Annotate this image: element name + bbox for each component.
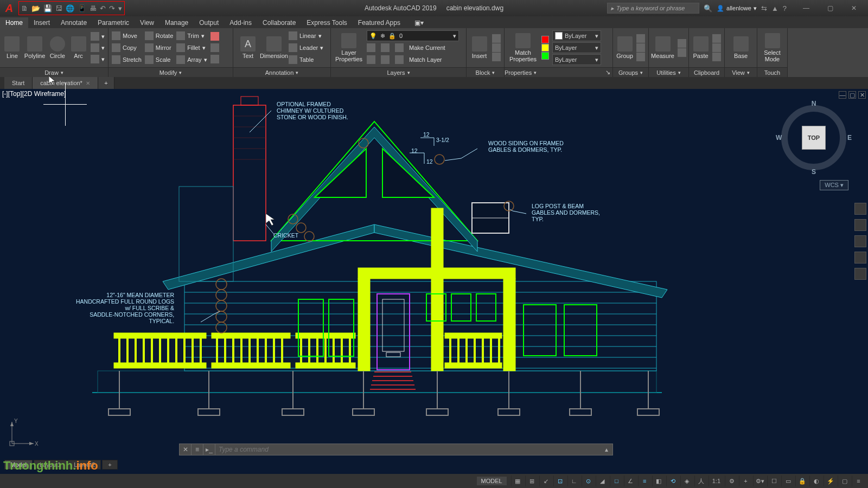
- tab-manage[interactable]: Manage: [159, 17, 194, 28]
- redo-icon[interactable]: ↷: [109, 4, 115, 12]
- dimension-button[interactable]: Dimension: [263, 36, 285, 59]
- workspace-icon[interactable]: ⚙▾: [753, 476, 766, 486]
- panel-groups[interactable]: Groups▾: [613, 67, 648, 77]
- tab-view[interactable]: View: [135, 17, 159, 28]
- offset-button[interactable]: [210, 54, 219, 65]
- table-button[interactable]: Table: [289, 54, 323, 65]
- iso-icon[interactable]: ◢: [596, 476, 609, 486]
- group-icon[interactable]: [636, 53, 645, 61]
- annomon-icon[interactable]: +: [739, 476, 752, 486]
- paste-button[interactable]: Paste: [692, 36, 709, 59]
- web-icon[interactable]: 🌐: [66, 4, 74, 12]
- app-store-icon[interactable]: ▲: [771, 4, 778, 12]
- trim-button[interactable]: Trim▾: [176, 30, 207, 41]
- new-tab-button[interactable]: +: [98, 77, 114, 89]
- tab-start[interactable]: Start: [4, 77, 33, 89]
- panel-block[interactable]: Block▾: [467, 67, 504, 77]
- polar-icon[interactable]: ⊙: [582, 476, 595, 486]
- cmd-input[interactable]: [215, 446, 601, 453]
- lwt-icon[interactable]: ≡: [638, 476, 651, 486]
- exchange-icon[interactable]: ⇆: [761, 4, 767, 12]
- selectmode-button[interactable]: Select Mode: [761, 33, 784, 62]
- tab-addins[interactable]: Add-ins: [224, 17, 257, 28]
- rotate-button[interactable]: Rotate: [145, 30, 173, 41]
- clip-icon[interactable]: [712, 43, 721, 52]
- group-icon[interactable]: [636, 43, 645, 52]
- quickprops-icon[interactable]: ▭: [781, 476, 794, 486]
- linetype-combo[interactable]: ByLayer▾: [552, 54, 601, 65]
- close-button[interactable]: ✕: [842, 0, 866, 16]
- panel-utilities[interactable]: Utilities▾: [649, 67, 688, 77]
- move-button[interactable]: Move: [112, 30, 142, 41]
- arc-button[interactable]: Arc: [69, 36, 87, 59]
- dynucs-icon[interactable]: 人: [694, 476, 707, 486]
- layer-icon[interactable]: [381, 43, 390, 52]
- search-input[interactable]: ▸ Type a keyword or phrase: [607, 3, 699, 14]
- panel-modify[interactable]: Modify▾: [108, 67, 233, 77]
- layer-icon[interactable]: [395, 43, 404, 52]
- layer-combo[interactable]: 💡❄🔒 0 ▾: [367, 30, 459, 41]
- undo-icon[interactable]: ↶: [100, 4, 106, 12]
- dynamic-input-icon[interactable]: ⊡: [553, 476, 566, 486]
- clip-icon[interactable]: [712, 53, 721, 61]
- util-icon[interactable]: [678, 48, 686, 57]
- line-button[interactable]: Line: [3, 36, 21, 59]
- mirror-button[interactable]: Mirror: [145, 42, 173, 53]
- group-icon[interactable]: [636, 34, 645, 43]
- cmd-recent-icon[interactable]: ≡: [192, 444, 203, 455]
- search-icon[interactable]: 🔍: [704, 4, 712, 12]
- tab-home[interactable]: Home: [0, 17, 28, 28]
- tab-annotate[interactable]: Annotate: [55, 17, 92, 28]
- hatch-button[interactable]: ▾: [91, 54, 105, 65]
- status-model[interactable]: MODEL: [477, 477, 507, 485]
- rect-button[interactable]: ▾: [91, 31, 105, 42]
- circle-button[interactable]: Circle: [48, 36, 66, 59]
- close-icon[interactable]: ✕: [86, 80, 90, 86]
- block-icon[interactable]: [492, 34, 501, 43]
- tab-insert[interactable]: Insert: [28, 17, 55, 28]
- transparency-icon[interactable]: ◧: [652, 476, 665, 486]
- clip-icon[interactable]: [712, 34, 721, 43]
- snap-icon[interactable]: ⊞: [525, 476, 538, 486]
- stretch-button[interactable]: Stretch: [112, 54, 142, 65]
- base-button[interactable]: Base: [730, 36, 752, 59]
- ucs-icon[interactable]: YX: [7, 416, 39, 450]
- grid-icon[interactable]: ▦: [511, 476, 524, 486]
- panel-view[interactable]: View▾: [725, 67, 757, 77]
- command-line[interactable]: ✕ ≡ ▸_ ▴: [179, 444, 613, 455]
- lineweight-combo[interactable]: ByLayer▾: [552, 42, 601, 53]
- ellipse-button[interactable]: ▾: [91, 42, 105, 53]
- erase-button[interactable]: [210, 31, 219, 42]
- match-props-button[interactable]: Match Properties: [508, 33, 538, 62]
- layer-icon[interactable]: [381, 55, 390, 64]
- copy-button[interactable]: Copy: [112, 42, 142, 53]
- polyline-button[interactable]: Polyline: [24, 36, 46, 59]
- open-icon[interactable]: 📂: [31, 4, 40, 12]
- tab-parametric[interactable]: Parametric: [92, 17, 135, 28]
- layer-icon[interactable]: [367, 43, 375, 52]
- make-current-button[interactable]: Make Current: [409, 44, 445, 51]
- minimize-button[interactable]: —: [794, 0, 818, 16]
- saveas-icon[interactable]: 🖫: [55, 4, 62, 12]
- layout-add[interactable]: +: [102, 460, 117, 470]
- signin[interactable]: 👤 allenlowe ▾: [717, 5, 757, 12]
- mobile-icon[interactable]: 📱: [78, 4, 86, 12]
- block-icon[interactable]: [492, 43, 501, 52]
- util-icon[interactable]: [678, 39, 686, 48]
- hwaccel-icon[interactable]: ⚡: [824, 476, 837, 486]
- leader-button[interactable]: Leader▾: [289, 42, 323, 53]
- 3dosnap-icon[interactable]: ◈: [680, 476, 693, 486]
- layer-props-button[interactable]: Layer Properties: [334, 33, 363, 62]
- new-icon[interactable]: 🗎: [21, 4, 28, 12]
- tab-launcher-icon[interactable]: ▣▾: [409, 17, 429, 28]
- units-icon[interactable]: ☐: [767, 476, 780, 486]
- group-button[interactable]: Group: [616, 36, 633, 59]
- cleanscreen-icon[interactable]: ▢: [838, 476, 851, 486]
- osnap-icon[interactable]: □: [610, 476, 623, 486]
- cmd-close-icon[interactable]: ✕: [180, 444, 192, 455]
- measure-button[interactable]: Measure: [652, 36, 674, 59]
- plot-icon[interactable]: 🖶: [90, 4, 97, 12]
- help-icon[interactable]: ?: [783, 4, 787, 12]
- color-swatch[interactable]: [541, 36, 549, 43]
- scale-button[interactable]: Scale: [145, 54, 173, 65]
